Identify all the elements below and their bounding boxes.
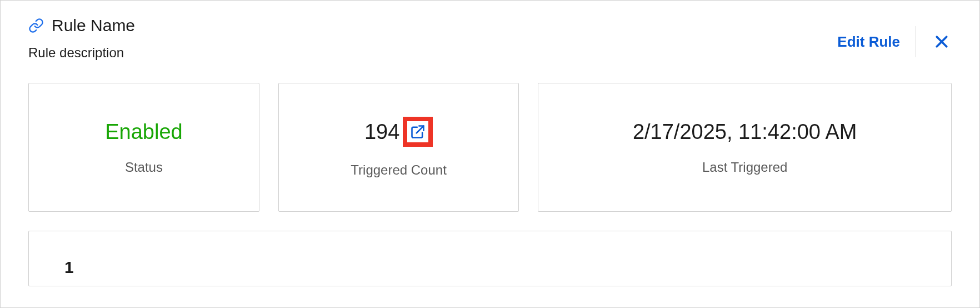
open-external-icon — [410, 124, 426, 140]
triggered-count-value: 194 — [364, 120, 399, 144]
rule-title: Rule Name — [52, 16, 135, 35]
lower-chart-panel: 1 — [28, 231, 952, 286]
header-right: Edit Rule — [837, 16, 952, 57]
rule-detail-panel: Rule Name Rule description Edit Rule Ena… — [0, 0, 980, 308]
status-card: Enabled Status — [28, 83, 259, 212]
close-icon — [933, 33, 950, 50]
close-button[interactable] — [932, 32, 952, 52]
triggered-count-card: 194 Triggered Count — [278, 83, 519, 212]
last-triggered-label: Last Triggered — [702, 160, 787, 175]
highlight-annotation — [403, 117, 433, 147]
chart-axis-value: 1 — [64, 258, 951, 277]
last-triggered-value: 2/17/2025, 11:42:00 AM — [633, 120, 857, 144]
link-icon — [28, 18, 44, 33]
status-value: Enabled — [105, 120, 182, 144]
edit-rule-link[interactable]: Edit Rule — [837, 33, 900, 51]
status-label: Status — [125, 160, 163, 175]
vertical-divider — [916, 26, 916, 57]
open-external-button[interactable] — [407, 121, 428, 142]
triggered-count-label: Triggered Count — [351, 162, 447, 178]
summary-cards-row: Enabled Status 194 Triggered Count — [28, 83, 952, 212]
triggered-count-value-row: 194 — [364, 117, 433, 147]
rule-description: Rule description — [28, 45, 135, 61]
title-row: Rule Name — [28, 16, 135, 35]
header-row: Rule Name Rule description Edit Rule — [28, 16, 952, 61]
last-triggered-card: 2/17/2025, 11:42:00 AM Last Triggered — [538, 83, 952, 212]
header-left: Rule Name Rule description — [28, 16, 135, 61]
